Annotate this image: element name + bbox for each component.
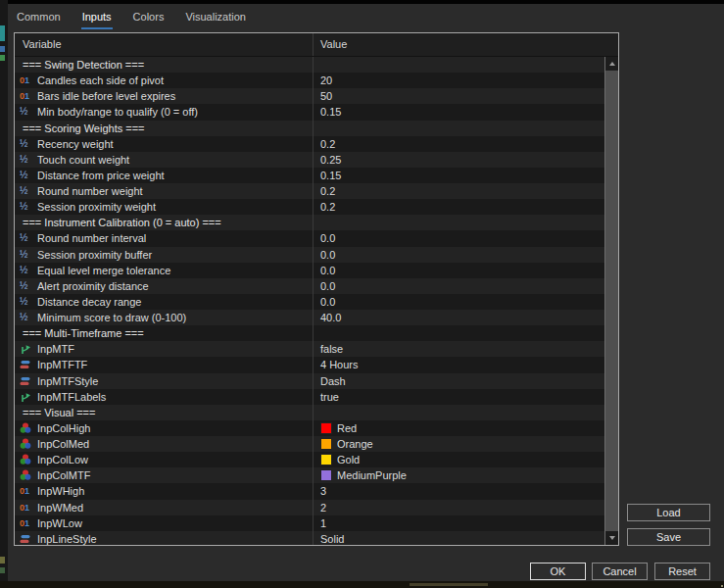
table-row[interactable]: ½Round number interval0.0 bbox=[15, 230, 604, 246]
value-cell[interactable]: 2 bbox=[313, 500, 604, 515]
section-row[interactable]: === Scoring Weights === bbox=[15, 121, 604, 136]
variable-cell: ½Equal level merge tolerance bbox=[15, 263, 313, 278]
double-type-icon: ½ bbox=[20, 249, 34, 261]
variable-label: Candles each side of pivot bbox=[37, 74, 164, 86]
save-button[interactable]: Save bbox=[627, 528, 710, 546]
table-row[interactable]: ½Session proximity buffer0.0 bbox=[15, 247, 604, 263]
ok-button[interactable]: OK bbox=[530, 563, 586, 580]
variable-label: === Visual === bbox=[23, 407, 95, 418]
table-row[interactable]: ½Alert proximity distance0.0 bbox=[15, 278, 604, 294]
variable-cell: InpMTFStyle bbox=[15, 373, 313, 389]
variable-cell: ½Session proximity weight bbox=[15, 199, 313, 215]
table-row[interactable]: InpColMedOrange bbox=[15, 436, 604, 452]
table-row[interactable]: InpMTFfalse bbox=[15, 341, 604, 357]
table-row[interactable]: 01InpWHigh3 bbox=[15, 483, 604, 499]
scroll-up-button[interactable] bbox=[605, 57, 618, 71]
table-row[interactable]: 01InpWMed2 bbox=[15, 500, 604, 515]
scroll-down-button[interactable] bbox=[605, 531, 618, 545]
load-button[interactable]: Load bbox=[627, 504, 710, 521]
tab-colors[interactable]: Colors bbox=[132, 6, 166, 29]
table-row[interactable]: InpColMTFMediumPurple bbox=[15, 467, 604, 483]
value-cell[interactable]: Dash bbox=[313, 373, 604, 389]
value-cell[interactable]: Gold bbox=[313, 452, 604, 467]
value-cell[interactable]: 0.2 bbox=[313, 183, 604, 199]
variable-label: Bars idle before level expires bbox=[37, 90, 175, 102]
value-cell[interactable] bbox=[313, 121, 604, 136]
table-row[interactable]: ½Touch count weight0.25 bbox=[15, 152, 604, 168]
table-row[interactable]: 01Bars idle before level expires50 bbox=[15, 88, 604, 104]
table-row[interactable]: InpLineStyleSolid bbox=[15, 531, 604, 545]
tab-inputs[interactable]: Inputs bbox=[81, 6, 113, 29]
section-row[interactable]: === Multi-Timeframe === bbox=[15, 325, 604, 341]
table-row[interactable]: 01Candles each side of pivot20 bbox=[15, 73, 604, 88]
value-cell[interactable]: 0.15 bbox=[313, 104, 604, 120]
value-cell[interactable]: 0.0 bbox=[313, 278, 604, 294]
table-row[interactable]: InpColHighRed bbox=[15, 420, 604, 436]
vertical-scrollbar[interactable] bbox=[604, 57, 618, 545]
chart-behind-strip bbox=[0, 0, 8, 588]
table-row[interactable]: ½Minimum score to draw (0-100)40.0 bbox=[15, 310, 604, 325]
value-cell[interactable]: 0.0 bbox=[313, 263, 604, 278]
value-cell[interactable]: true bbox=[313, 389, 604, 405]
value-cell[interactable]: 0.0 bbox=[313, 294, 604, 310]
value-cell[interactable]: 0.2 bbox=[313, 199, 604, 215]
scrollbar-thumb[interactable] bbox=[605, 71, 618, 531]
bool-type-icon bbox=[20, 391, 34, 403]
table-row[interactable]: ½Min body/range to qualify (0 = off)0.15 bbox=[15, 104, 604, 120]
value-cell[interactable]: 20 bbox=[313, 73, 604, 88]
table-row[interactable]: ½Session proximity weight0.2 bbox=[15, 199, 604, 215]
value-cell[interactable]: 1 bbox=[313, 515, 604, 531]
table-row[interactable]: ½Distance from price weight0.15 bbox=[15, 168, 604, 183]
value-cell[interactable]: 4 Hours bbox=[313, 357, 604, 372]
table-row[interactable]: InpMTFStyleDash bbox=[15, 373, 604, 389]
value-cell[interactable]: 40.0 bbox=[313, 310, 604, 325]
value-text: 0.0 bbox=[320, 296, 335, 308]
value-text: Orange bbox=[337, 438, 373, 450]
double-type-icon: ½ bbox=[20, 106, 34, 118]
value-cell[interactable] bbox=[313, 405, 604, 420]
value-text: 0.15 bbox=[320, 106, 341, 118]
table-row[interactable]: ½Recency weight0.2 bbox=[15, 136, 604, 152]
variable-cell: InpColHigh bbox=[15, 420, 313, 436]
value-cell[interactable]: 0.2 bbox=[313, 136, 604, 152]
reset-button[interactable]: Reset bbox=[654, 563, 710, 580]
chart-pixel-mark bbox=[0, 55, 5, 61]
value-cell[interactable]: false bbox=[313, 341, 604, 357]
table-row[interactable]: InpColLowGold bbox=[15, 452, 604, 467]
tab-common[interactable]: Common bbox=[16, 6, 62, 29]
value-cell[interactable]: 0.0 bbox=[313, 230, 604, 246]
value-cell[interactable] bbox=[313, 215, 604, 230]
value-cell[interactable]: 50 bbox=[313, 88, 604, 104]
value-cell[interactable] bbox=[313, 325, 604, 341]
value-text: MediumPurple bbox=[337, 469, 407, 481]
cancel-button[interactable]: Cancel bbox=[592, 563, 648, 580]
variable-label: Alert proximity distance bbox=[37, 280, 149, 292]
color-swatch bbox=[320, 469, 332, 481]
double-type-icon: ½ bbox=[20, 154, 34, 166]
value-cell[interactable] bbox=[313, 57, 604, 73]
value-cell[interactable]: MediumPurple bbox=[313, 467, 604, 483]
section-row[interactable]: === Swing Detection === bbox=[15, 57, 604, 73]
value-cell[interactable]: Red bbox=[313, 420, 604, 436]
section-row[interactable]: === Instrument Calibration (0 = auto) ==… bbox=[15, 215, 604, 230]
value-cell[interactable]: 0.0 bbox=[313, 247, 604, 263]
table-row[interactable]: InpMTFLabelstrue bbox=[15, 389, 604, 405]
variable-cell: InpMTF bbox=[15, 341, 313, 357]
chart-pixel-mark bbox=[0, 25, 5, 41]
section-row[interactable]: === Visual === bbox=[15, 405, 604, 420]
table-row[interactable]: ½Distance decay range0.0 bbox=[15, 294, 604, 310]
variable-cell: InpColMed bbox=[15, 436, 313, 452]
value-cell[interactable]: 0.15 bbox=[313, 168, 604, 183]
table-row[interactable]: ½Equal level merge tolerance0.0 bbox=[15, 263, 604, 278]
value-text: 0.0 bbox=[320, 232, 335, 244]
value-text: Gold bbox=[337, 454, 360, 466]
value-cell[interactable]: Solid bbox=[313, 531, 604, 545]
table-row[interactable]: InpMTFTF4 Hours bbox=[15, 357, 604, 372]
value-cell[interactable]: 3 bbox=[313, 483, 604, 499]
table-row[interactable]: 01InpWLow1 bbox=[15, 515, 604, 531]
value-cell[interactable]: Orange bbox=[313, 436, 604, 452]
tab-visualization[interactable]: Visualization bbox=[184, 6, 247, 29]
table-row[interactable]: ½Round number weight0.2 bbox=[15, 183, 604, 199]
value-cell[interactable]: 0.25 bbox=[313, 152, 604, 168]
variable-label: Round number weight bbox=[37, 185, 143, 197]
